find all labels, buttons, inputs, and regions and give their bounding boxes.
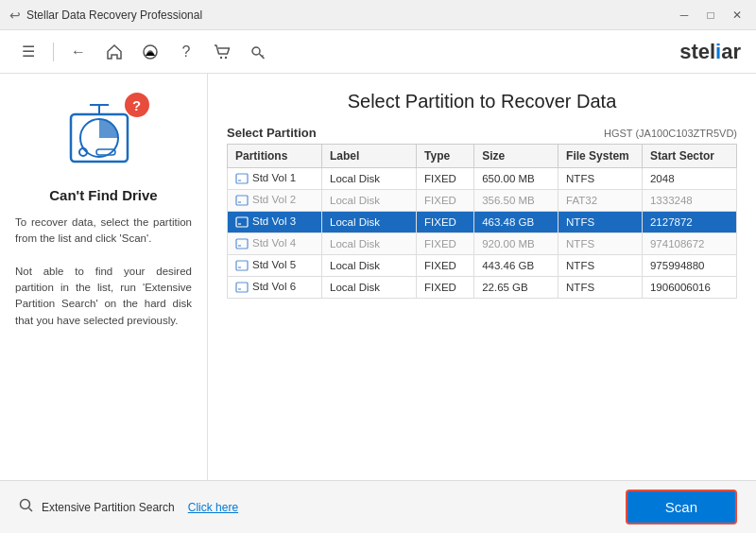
cell-label: Local Disk: [322, 168, 417, 190]
cell-partition: Std Vol 6: [228, 277, 322, 299]
cell-type: FIXED: [417, 190, 474, 212]
title-bar-controls[interactable]: ─ □ ✕: [675, 6, 747, 25]
key-icon[interactable]: [245, 39, 271, 65]
svg-point-1: [220, 56, 222, 58]
search-icon: [19, 498, 34, 516]
partition-tbody[interactable]: Std Vol 1 Local Disk FIXED 650.00 MB NTF…: [228, 168, 737, 299]
table-row[interactable]: Std Vol 5 Local Disk FIXED 443.46 GB NTF…: [228, 255, 737, 277]
back-arrow-icon: ↩: [9, 8, 21, 23]
cell-partition: Std Vol 4: [228, 233, 322, 255]
cart-icon[interactable]: [209, 39, 235, 65]
table-row[interactable]: Std Vol 1 Local Disk FIXED 650.00 MB NTF…: [228, 168, 737, 190]
cell-sector: 2048: [642, 168, 736, 190]
question-badge: ?: [125, 93, 149, 117]
back-icon[interactable]: ←: [65, 39, 92, 65]
select-partition-label: Select Partition: [227, 126, 317, 140]
drive-id: HGST (JA100C103ZTR5VD): [604, 128, 737, 139]
cell-partition: Std Vol 2: [228, 190, 322, 212]
cell-type: FIXED: [417, 277, 474, 299]
svg-rect-19: [236, 239, 248, 249]
cell-partition: Std Vol 1: [228, 168, 322, 190]
cell-sector: 2127872: [642, 212, 736, 233]
partition-table: Partitions Label Type Size File System S…: [227, 144, 737, 299]
cell-label: Local Disk: [322, 212, 417, 233]
title-bar: ↩ Stellar Data Recovery Professional ─ □…: [0, 0, 756, 30]
page-title: Select Partition to Recover Data: [227, 91, 737, 112]
partition-header: Select Partition HGST (JA100C103ZTR5VD): [227, 126, 737, 140]
cell-label: Local Disk: [322, 277, 417, 299]
help-icon[interactable]: ?: [173, 39, 199, 65]
menu-icon[interactable]: ☰: [15, 39, 42, 65]
drive-icon-wrap: ?: [66, 100, 142, 174]
svg-rect-25: [236, 283, 248, 292]
table-row[interactable]: Std Vol 2 Local Disk FIXED 356.50 MB FAT…: [228, 190, 737, 212]
cant-find-title: Can't Find Drive: [49, 187, 157, 203]
svg-point-2: [225, 56, 227, 58]
cant-find-description: To recover data, select the partition fr…: [15, 215, 192, 329]
cell-fs: NTFS: [558, 168, 643, 190]
col-header-partitions: Partitions: [228, 145, 322, 168]
svg-point-28: [21, 500, 30, 509]
col-header-size: Size: [474, 145, 558, 168]
table-header: Partitions Label Type Size File System S…: [228, 145, 737, 168]
cell-type: FIXED: [417, 212, 474, 233]
cell-fs: NTFS: [558, 255, 643, 277]
title-bar-left: ↩ Stellar Data Recovery Professional: [9, 8, 202, 23]
cell-label: Local Disk: [322, 233, 417, 255]
col-header-type: Type: [417, 145, 474, 168]
toolbar-left: ☰ ← ?: [15, 39, 271, 65]
report-icon[interactable]: [137, 39, 163, 65]
cell-size: 463.48 GB: [474, 212, 558, 233]
cell-sector: 974108672: [642, 233, 736, 255]
cell-fs: FAT32: [558, 190, 643, 212]
bottom-bar: Extensive Partition Search Click here Sc…: [0, 480, 756, 533]
left-panel: ? Can't Find Drive To recover data, sele…: [0, 74, 208, 480]
cell-size: 443.46 GB: [474, 255, 558, 277]
cell-label: Local Disk: [322, 190, 417, 212]
col-header-sector: Start Sector: [642, 145, 736, 168]
home-icon[interactable]: [101, 39, 128, 65]
cell-type: FIXED: [417, 233, 474, 255]
svg-rect-13: [236, 196, 248, 205]
cell-size: 356.50 MB: [474, 190, 558, 212]
svg-rect-22: [236, 261, 248, 270]
svg-rect-16: [236, 217, 248, 227]
cell-fs: NTFS: [558, 277, 643, 299]
cell-size: 920.00 MB: [474, 233, 558, 255]
right-panel: Select Partition to Recover Data Select …: [208, 74, 756, 480]
cell-sector: 1333248: [642, 190, 736, 212]
cell-type: FIXED: [417, 168, 474, 190]
bottom-left: Extensive Partition Search Click here: [19, 498, 238, 516]
svg-point-3: [252, 47, 260, 55]
main-content: ? Can't Find Drive To recover data, sele…: [0, 74, 756, 480]
cell-partition: Std Vol 5: [228, 255, 322, 277]
svg-rect-10: [236, 174, 248, 183]
table-row[interactable]: Std Vol 3 Local Disk FIXED 463.48 GB NTF…: [228, 212, 737, 233]
window-title: Stellar Data Recovery Professional: [26, 9, 202, 22]
stellar-logo: steliar: [679, 40, 741, 64]
cell-sector: 1906006016: [642, 277, 736, 299]
maximize-button[interactable]: □: [701, 6, 720, 25]
table-row[interactable]: Std Vol 6 Local Disk FIXED 22.65 GB NTFS…: [228, 277, 737, 299]
cell-type: FIXED: [417, 255, 474, 277]
cell-sector: 975994880: [642, 255, 736, 277]
cell-size: 650.00 MB: [474, 168, 558, 190]
cell-fs: NTFS: [558, 233, 643, 255]
extensive-search-label: Extensive Partition Search: [42, 501, 175, 514]
cell-size: 22.65 GB: [474, 277, 558, 299]
toolbar: ☰ ← ?: [0, 30, 756, 74]
minimize-button[interactable]: ─: [675, 6, 694, 25]
col-header-label: Label: [322, 145, 417, 168]
table-row[interactable]: Std Vol 4 Local Disk FIXED 920.00 MB NTF…: [228, 233, 737, 255]
close-button[interactable]: ✕: [728, 6, 747, 25]
cell-partition: Std Vol 3: [228, 212, 322, 233]
col-header-fs: File System: [558, 145, 643, 168]
scan-button[interactable]: Scan: [626, 490, 737, 524]
svg-line-29: [29, 508, 33, 512]
click-here-link[interactable]: Click here: [188, 501, 238, 514]
cell-fs: NTFS: [558, 212, 643, 233]
toolbar-separator: [53, 43, 54, 61]
cell-label: Local Disk: [322, 255, 417, 277]
